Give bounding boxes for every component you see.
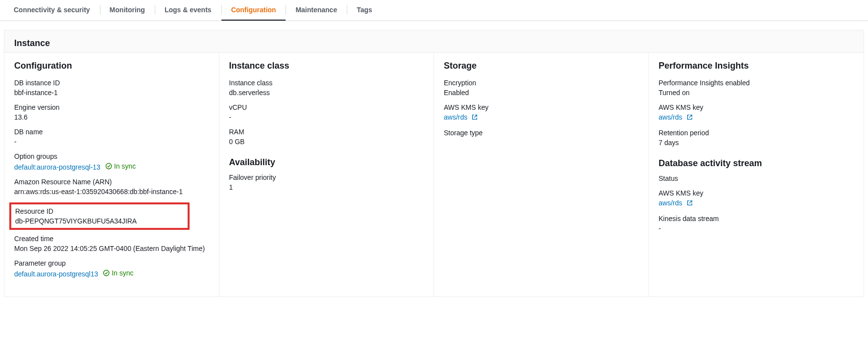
value-das-kds: - [659,224,854,232]
check-circle-icon [105,163,112,170]
label-storage-type: Storage type [444,129,639,137]
field-instance-class: Instance class db.serverless [229,79,424,97]
field-vcpu: vCPU - [229,103,424,121]
label-arn: Amazon Resource Name (ARN) [14,178,209,186]
link-storage-kms[interactable]: aws/rds [444,113,467,121]
label-das-kms: AWS KMS key [659,189,854,197]
label-das-status: Status [659,174,854,182]
field-engine-version: Engine version 13.6 [14,103,209,121]
field-das-kms: AWS KMS key aws/rds [659,189,854,208]
label-db-instance-id: DB instance ID [14,79,209,87]
value-db-instance-id: bbf-instance-1 [14,89,209,97]
label-perf-enabled: Performance Insights enabled [659,79,854,87]
check-circle-icon [103,270,110,276]
tab-monitoring[interactable]: Monitoring [100,0,155,21]
label-retention: Retention period [659,129,854,137]
instance-panel: Instance Configuration DB instance ID bb… [4,30,864,297]
value-arn: arn:aws:rds:us-east-1:035920430668:db:bb… [14,188,209,196]
field-db-name: DB name - [14,128,209,146]
label-ram: RAM [229,128,424,136]
value-perf-enabled: Turned on [659,89,854,97]
field-resource-id: Resource ID db-PEPQNGT75VIYGKBUFU5A34JIR… [15,207,184,225]
value-failover: 1 [229,183,424,191]
link-parameter-group[interactable]: default.aurora-postgresql13 [14,270,98,278]
value-resource-id: db-PEPQNGT75VIYGKBUFU5A34JIRA [15,217,184,225]
col-performance-insights: Performance Insights Performance Insight… [649,53,864,297]
col-configuration: Configuration DB instance ID bbf-instanc… [4,53,219,297]
tab-logs-events[interactable]: Logs & events [155,0,221,21]
label-instance-class: Instance class [229,79,424,87]
field-created-time: Created time Mon Sep 26 2022 14:05:25 GM… [14,235,209,252]
value-retention: 7 days [659,139,854,147]
field-das-kds: Kinesis data stream - [659,215,854,232]
tab-bar: Connectivity & security Monitoring Logs … [0,0,868,21]
label-perf-kms: AWS KMS key [659,103,854,111]
label-encryption: Encryption [444,79,639,87]
storage-title: Storage [444,61,639,71]
label-failover: Failover priority [229,174,424,181]
field-das-status: Status [659,174,854,182]
value-db-name: - [14,138,209,146]
field-parameter-group: Parameter group default.aurora-postgresq… [14,259,209,278]
value-encryption: Enabled [444,89,639,97]
status-parameter-group-text: In sync [112,269,133,277]
col-storage: Storage Encryption Enabled AWS KMS key a… [434,53,649,297]
field-ram: RAM 0 GB [229,128,424,146]
label-engine-version: Engine version [14,103,209,111]
label-option-groups: Option groups [14,152,209,160]
field-arn: Amazon Resource Name (ARN) arn:aws:rds:u… [14,178,209,196]
label-resource-id: Resource ID [15,207,184,215]
field-db-instance-id: DB instance ID bbf-instance-1 [14,79,209,97]
field-option-groups: Option groups default:aurora-postgresql-… [14,152,209,171]
tab-configuration[interactable]: Configuration [221,0,286,21]
external-link-icon [686,114,693,122]
status-option-group: In sync [105,162,136,170]
value-vcpu: - [229,113,424,121]
configuration-title: Configuration [14,61,209,71]
availability-title: Availability [229,157,424,168]
das-title: Database activity stream [659,158,854,169]
highlight-resource-id: Resource ID db-PEPQNGT75VIYGKBUFU5A34JIR… [9,202,190,230]
tab-maintenance[interactable]: Maintenance [286,0,347,21]
label-das-kds: Kinesis data stream [659,215,854,223]
external-link-icon [686,199,693,208]
field-encryption: Encryption Enabled [444,79,639,97]
value-instance-class: db.serverless [229,89,424,97]
external-link-icon [471,114,478,122]
perf-title: Performance Insights [659,61,854,71]
status-option-group-text: In sync [114,162,136,170]
field-perf-enabled: Performance Insights enabled Turned on [659,79,854,97]
value-created-time: Mon Sep 26 2022 14:05:25 GMT-0400 (Easte… [14,245,209,252]
link-perf-kms[interactable]: aws/rds [659,113,682,121]
instance-class-title: Instance class [229,61,424,71]
label-parameter-group: Parameter group [14,259,209,267]
panel-title: Instance [4,30,864,53]
value-engine-version: 13.6 [14,113,209,121]
label-db-name: DB name [14,128,209,136]
field-failover: Failover priority 1 [229,174,424,191]
field-storage-kms: AWS KMS key aws/rds [444,103,639,122]
col-instance-class: Instance class Instance class db.serverl… [219,53,434,297]
label-vcpu: vCPU [229,103,424,111]
link-das-kms[interactable]: aws/rds [659,199,682,207]
link-option-group[interactable]: default:aurora-postgresql-13 [14,163,100,171]
field-storage-type: Storage type [444,129,639,137]
value-ram: 0 GB [229,138,424,146]
tab-tags[interactable]: Tags [347,0,382,21]
tab-connectivity-security[interactable]: Connectivity & security [4,0,100,21]
status-parameter-group: In sync [103,269,133,277]
label-storage-kms: AWS KMS key [444,103,639,111]
label-created-time: Created time [14,235,209,243]
field-perf-kms: AWS KMS key aws/rds [659,103,854,122]
field-retention: Retention period 7 days [659,129,854,147]
